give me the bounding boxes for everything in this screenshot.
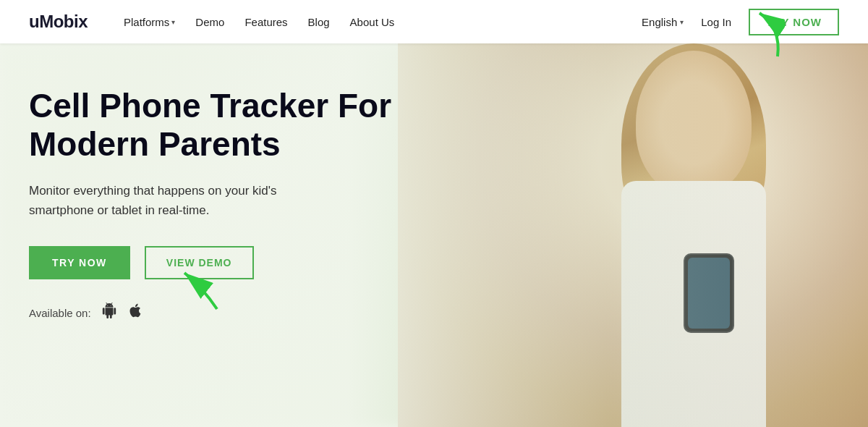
hero-content: Cell Phone Tracker For Modern Parents Mo…	[29, 87, 391, 323]
hero-subtitle: Monitor everything that happens on your …	[29, 181, 333, 220]
available-on: Available on:	[29, 303, 391, 323]
nav-blog[interactable]: Blog	[308, 16, 330, 28]
logo[interactable]: uMobix	[29, 12, 88, 32]
available-label: Available on:	[29, 307, 91, 319]
hero-try-now-button[interactable]: TRY NOW	[29, 246, 130, 279]
hero-title: Cell Phone Tracker For Modern Parents	[29, 87, 391, 164]
logo-mobix: Mobix	[39, 12, 88, 31]
nav-platforms[interactable]: Platforms ▾	[124, 16, 175, 28]
hero-buttons: TRY NOW VIEW DEMO	[29, 246, 391, 279]
nav-features[interactable]: Features	[244, 16, 287, 28]
chevron-lang-icon: ▾	[680, 18, 684, 26]
hero-section: Cell Phone Tracker For Modern Parents Mo…	[0, 43, 868, 427]
navbar: uMobix Platforms ▾ Demo Features Blog Ab…	[0, 0, 868, 43]
try-now-button[interactable]: TRY NOW	[749, 9, 839, 35]
apple-icon	[127, 303, 143, 323]
android-icon	[101, 303, 117, 323]
logo-u: u	[29, 12, 39, 31]
language-selector[interactable]: English ▾	[642, 16, 684, 28]
nav-demo[interactable]: Demo	[195, 16, 224, 28]
view-demo-button[interactable]: VIEW DEMO	[145, 246, 254, 279]
login-link[interactable]: Log In	[701, 16, 731, 28]
nav-links: Platforms ▾ Demo Features Blog About Us	[124, 16, 642, 28]
nav-about[interactable]: About Us	[350, 16, 395, 28]
nav-right: English ▾ Log In TRY NOW	[642, 9, 839, 35]
chevron-down-icon: ▾	[171, 18, 175, 26]
